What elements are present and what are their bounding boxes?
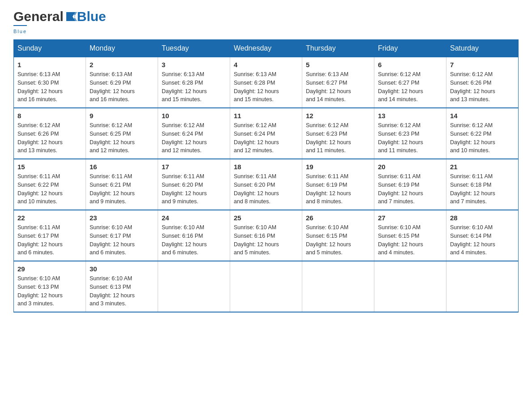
calendar-cell: 27 Sunrise: 6:10 AM Sunset: 6:15 PM Dayl…: [374, 210, 446, 261]
logo: General Blue Blue: [13, 9, 106, 35]
header-thursday: Thursday: [302, 40, 374, 57]
day-number: 28: [450, 214, 515, 222]
day-info: Sunrise: 6:11 AM Sunset: 6:21 PM Dayligh…: [90, 172, 154, 206]
day-info: Sunrise: 6:13 AM Sunset: 6:30 PM Dayligh…: [17, 70, 82, 104]
header-sunday: Sunday: [14, 40, 86, 57]
day-info: Sunrise: 6:10 AM Sunset: 6:16 PM Dayligh…: [162, 223, 226, 257]
calendar-cell: 10 Sunrise: 6:12 AM Sunset: 6:24 PM Dayl…: [158, 108, 230, 159]
week-row-5: 29 Sunrise: 6:10 AM Sunset: 6:13 PM Dayl…: [14, 261, 519, 312]
day-number: 13: [378, 112, 442, 120]
day-number: 16: [90, 163, 154, 171]
day-number: 24: [162, 214, 226, 222]
page-header: General Blue Blue: [13, 9, 519, 35]
calendar-cell: 19 Sunrise: 6:11 AM Sunset: 6:19 PM Dayl…: [302, 159, 374, 210]
calendar-cell: 24 Sunrise: 6:10 AM Sunset: 6:16 PM Dayl…: [158, 210, 230, 261]
calendar-cell: 20 Sunrise: 6:11 AM Sunset: 6:19 PM Dayl…: [374, 159, 446, 210]
day-info: Sunrise: 6:12 AM Sunset: 6:27 PM Dayligh…: [378, 70, 442, 104]
day-info: Sunrise: 6:11 AM Sunset: 6:22 PM Dayligh…: [17, 172, 82, 206]
day-number: 1: [17, 61, 82, 68]
day-number: 18: [234, 163, 298, 171]
header-monday: Monday: [86, 40, 158, 57]
day-number: 23: [90, 214, 154, 222]
header-friday: Friday: [374, 40, 446, 57]
header-saturday: Saturday: [446, 40, 519, 57]
day-info: Sunrise: 6:11 AM Sunset: 6:19 PM Dayligh…: [306, 172, 370, 206]
day-info: Sunrise: 6:12 AM Sunset: 6:24 PM Dayligh…: [234, 121, 298, 155]
calendar-cell: 4 Sunrise: 6:13 AM Sunset: 6:28 PM Dayli…: [230, 57, 302, 108]
day-number: 9: [90, 112, 154, 120]
day-number: 4: [234, 61, 298, 68]
day-info: Sunrise: 6:12 AM Sunset: 6:23 PM Dayligh…: [306, 121, 370, 155]
day-number: 14: [450, 112, 515, 120]
day-info: Sunrise: 6:13 AM Sunset: 6:29 PM Dayligh…: [90, 70, 154, 104]
calendar-cell: 12 Sunrise: 6:12 AM Sunset: 6:23 PM Dayl…: [302, 108, 374, 159]
calendar-cell: 30 Sunrise: 6:10 AM Sunset: 6:13 PM Dayl…: [86, 261, 158, 312]
week-row-2: 8 Sunrise: 6:12 AM Sunset: 6:26 PM Dayli…: [14, 108, 519, 159]
day-number: 7: [450, 61, 515, 68]
calendar-cell: 21 Sunrise: 6:11 AM Sunset: 6:18 PM Dayl…: [446, 159, 519, 210]
day-number: 25: [234, 214, 298, 222]
day-number: 19: [306, 163, 370, 171]
logo-blue-text: Blue: [77, 9, 106, 24]
weekday-header-row: SundayMondayTuesdayWednesdayThursdayFrid…: [14, 40, 519, 57]
calendar-cell: 3 Sunrise: 6:13 AM Sunset: 6:28 PM Dayli…: [158, 57, 230, 108]
calendar-cell: [374, 261, 446, 312]
day-number: 22: [17, 214, 82, 222]
week-row-4: 22 Sunrise: 6:11 AM Sunset: 6:17 PM Dayl…: [14, 210, 519, 261]
day-info: Sunrise: 6:10 AM Sunset: 6:15 PM Dayligh…: [306, 223, 370, 257]
calendar-cell: 16 Sunrise: 6:11 AM Sunset: 6:21 PM Dayl…: [86, 159, 158, 210]
day-number: 17: [162, 163, 226, 171]
calendar-cell: [230, 261, 302, 312]
day-info: Sunrise: 6:12 AM Sunset: 6:24 PM Dayligh…: [162, 121, 226, 155]
calendar-cell: 9 Sunrise: 6:12 AM Sunset: 6:25 PM Dayli…: [86, 108, 158, 159]
day-number: 5: [306, 61, 370, 68]
day-info: Sunrise: 6:10 AM Sunset: 6:16 PM Dayligh…: [234, 223, 298, 257]
day-info: Sunrise: 6:11 AM Sunset: 6:18 PM Dayligh…: [450, 172, 515, 206]
calendar-cell: 22 Sunrise: 6:11 AM Sunset: 6:17 PM Dayl…: [14, 210, 86, 261]
calendar-cell: 18 Sunrise: 6:11 AM Sunset: 6:20 PM Dayl…: [230, 159, 302, 210]
week-row-1: 1 Sunrise: 6:13 AM Sunset: 6:30 PM Dayli…: [14, 57, 519, 108]
day-number: 10: [162, 112, 226, 120]
calendar-cell: [158, 261, 230, 312]
calendar-cell: 28 Sunrise: 6:10 AM Sunset: 6:14 PM Dayl…: [446, 210, 519, 261]
day-number: 30: [90, 265, 154, 273]
calendar-cell: 1 Sunrise: 6:13 AM Sunset: 6:30 PM Dayli…: [14, 57, 86, 108]
day-info: Sunrise: 6:10 AM Sunset: 6:13 PM Dayligh…: [90, 274, 154, 308]
calendar-cell: 25 Sunrise: 6:10 AM Sunset: 6:16 PM Dayl…: [230, 210, 302, 261]
day-number: 20: [378, 163, 442, 171]
day-number: 8: [17, 112, 82, 120]
calendar-cell: 26 Sunrise: 6:10 AM Sunset: 6:15 PM Dayl…: [302, 210, 374, 261]
calendar-cell: 7 Sunrise: 6:12 AM Sunset: 6:26 PM Dayli…: [446, 57, 519, 108]
day-info: Sunrise: 6:11 AM Sunset: 6:20 PM Dayligh…: [234, 172, 298, 206]
day-info: Sunrise: 6:13 AM Sunset: 6:28 PM Dayligh…: [162, 70, 226, 104]
day-info: Sunrise: 6:12 AM Sunset: 6:25 PM Dayligh…: [90, 121, 154, 155]
header-wednesday: Wednesday: [230, 40, 302, 57]
calendar-cell: 11 Sunrise: 6:12 AM Sunset: 6:24 PM Dayl…: [230, 108, 302, 159]
calendar-cell: 8 Sunrise: 6:12 AM Sunset: 6:26 PM Dayli…: [14, 108, 86, 159]
calendar-table: SundayMondayTuesdayWednesdayThursdayFrid…: [13, 39, 519, 313]
week-row-3: 15 Sunrise: 6:11 AM Sunset: 6:22 PM Dayl…: [14, 159, 519, 210]
day-number: 26: [306, 214, 370, 222]
day-info: Sunrise: 6:11 AM Sunset: 6:17 PM Dayligh…: [17, 223, 82, 257]
day-info: Sunrise: 6:12 AM Sunset: 6:22 PM Dayligh…: [450, 121, 515, 155]
day-info: Sunrise: 6:10 AM Sunset: 6:17 PM Dayligh…: [90, 223, 154, 257]
calendar-cell: 14 Sunrise: 6:12 AM Sunset: 6:22 PM Dayl…: [446, 108, 519, 159]
day-info: Sunrise: 6:10 AM Sunset: 6:15 PM Dayligh…: [378, 223, 442, 257]
day-number: 2: [90, 61, 154, 68]
day-info: Sunrise: 6:12 AM Sunset: 6:26 PM Dayligh…: [450, 70, 515, 104]
day-number: 21: [450, 163, 515, 171]
logo-blue-part: Blue: [64, 9, 106, 24]
day-number: 15: [17, 163, 82, 171]
day-info: Sunrise: 6:11 AM Sunset: 6:19 PM Dayligh…: [378, 172, 442, 206]
day-info: Sunrise: 6:13 AM Sunset: 6:28 PM Dayligh…: [234, 70, 298, 104]
day-info: Sunrise: 6:12 AM Sunset: 6:23 PM Dayligh…: [378, 121, 442, 155]
day-info: Sunrise: 6:12 AM Sunset: 6:26 PM Dayligh…: [17, 121, 82, 155]
calendar-cell: [446, 261, 519, 312]
calendar-cell: 5 Sunrise: 6:13 AM Sunset: 6:27 PM Dayli…: [302, 57, 374, 108]
day-info: Sunrise: 6:11 AM Sunset: 6:20 PM Dayligh…: [162, 172, 226, 206]
calendar-cell: 17 Sunrise: 6:11 AM Sunset: 6:20 PM Dayl…: [158, 159, 230, 210]
calendar-cell: 15 Sunrise: 6:11 AM Sunset: 6:22 PM Dayl…: [14, 159, 86, 210]
day-number: 3: [162, 61, 226, 68]
calendar-cell: 6 Sunrise: 6:12 AM Sunset: 6:27 PM Dayli…: [374, 57, 446, 108]
day-number: 6: [378, 61, 442, 68]
